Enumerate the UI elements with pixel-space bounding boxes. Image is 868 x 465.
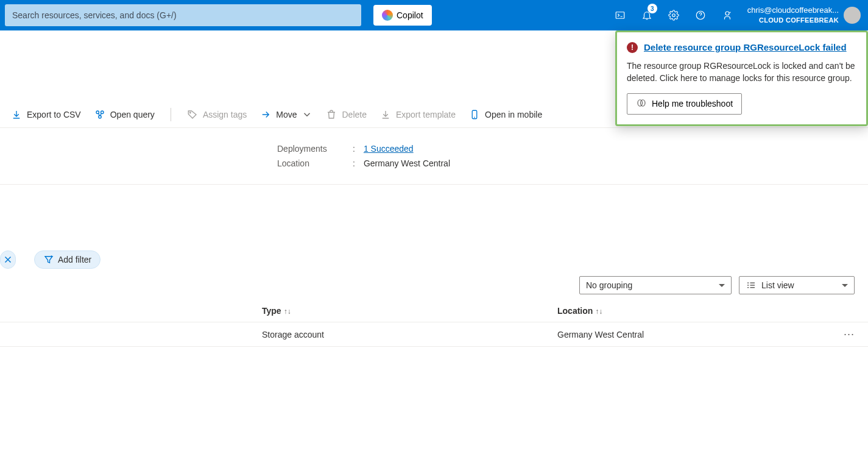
location-value: Germany West Central [364,158,450,168]
copilot-label: Copilot [397,10,423,20]
mobile-icon [469,109,480,120]
location-label: Location [277,158,344,168]
download-icon [380,109,391,120]
azure-topbar: Copilot 3 chris@cloudcoffeebreak... CLOU… [0,0,868,30]
copilot-small-icon [636,98,647,110]
clear-filter-button[interactable] [0,250,16,269]
troubleshoot-button[interactable]: Help me troubleshoot [627,93,742,115]
add-filter-button[interactable]: Add filter [34,250,101,269]
copilot-button[interactable]: Copilot [373,5,432,26]
download-icon [11,109,22,120]
open-mobile-button[interactable]: Open in mobile [468,107,543,122]
delete-label: Delete [342,110,366,119]
svg-point-3 [725,12,729,15]
open-query-label: Open query [110,110,155,119]
search-input[interactable] [5,4,361,26]
troubleshoot-label: Help me troubleshoot [652,99,733,108]
grid-header: Type↑↓ Location↑↓ [0,299,868,322]
account-tenant: CLOUD COFFEEBREAK [747,16,839,24]
avatar [844,7,861,24]
row-type: Storage account [262,330,557,339]
filter-bar: Add filter [0,250,868,269]
svg-rect-0 [616,12,624,19]
export-template-button: Export template [379,107,457,122]
svg-point-1 [672,14,675,17]
assign-tags-label: Assign tags [203,110,247,119]
grouping-dropdown[interactable]: No grouping [579,276,732,294]
topbar-icons: 3 [607,0,740,30]
svg-point-6 [98,115,101,118]
export-template-label: Export template [396,110,456,119]
deployments-link[interactable]: 1 Succeeded [364,144,414,154]
open-mobile-label: Open in mobile [485,110,542,119]
notification-body: The resource group RGResourceLock is loc… [627,60,856,85]
divider [171,108,171,121]
svg-point-7 [189,112,191,113]
cloud-shell-icon[interactable] [607,0,633,30]
account-email: chris@cloudcoffeebreak... [747,5,839,16]
notification-badge: 3 [647,4,657,13]
notification-toast: ! Delete resource group RGResourceLock f… [615,30,868,126]
view-controls: No grouping List view [0,269,868,299]
sort-icon: ↑↓ [595,307,602,316]
query-icon [94,109,105,120]
svg-point-9 [638,99,643,106]
error-icon: ! [627,42,638,53]
grouping-value: No grouping [586,280,632,290]
col-header-type[interactable]: Type↑↓ [262,306,557,316]
feedback-icon[interactable] [715,0,740,30]
settings-icon[interactable] [661,0,686,30]
move-label: Move [276,110,297,119]
view-mode-dropdown[interactable]: List view [739,276,855,294]
assign-tags-button: Assign tags [186,107,248,122]
deployments-label: Deployments [277,144,344,154]
row-actions-button[interactable]: ··· [844,328,855,341]
copilot-icon [382,10,393,21]
table-row[interactable]: Storage account Germany West Central ··· [0,322,868,347]
row-location: Germany West Central [557,330,825,339]
sort-icon: ↑↓ [284,307,291,316]
list-icon [746,280,757,291]
trash-icon [326,109,337,120]
svg-point-10 [641,99,646,106]
arrow-right-icon [260,109,271,120]
export-csv-button[interactable]: Export to CSV [10,107,82,122]
notifications-icon[interactable]: 3 [634,0,660,30]
help-icon[interactable] [688,0,713,30]
resource-details: Deployments : 1 Succeeded Location : Ger… [0,128,868,185]
notification-title[interactable]: Delete resource group RGResourceLock fai… [644,41,847,54]
open-query-button[interactable]: Open query [93,107,156,122]
account-text: chris@cloudcoffeebreak... CLOUD COFFEEBR… [747,5,839,24]
export-csv-label: Export to CSV [27,110,81,119]
add-filter-label: Add filter [58,255,91,264]
move-button[interactable]: Move [259,107,314,122]
view-mode-value: List view [761,280,794,290]
col-header-location[interactable]: Location↑↓ [557,306,825,316]
tag-icon [187,109,198,120]
account-menu[interactable]: chris@cloudcoffeebreak... CLOUD COFFEEBR… [740,5,863,24]
chevron-down-icon [302,109,312,120]
delete-button: Delete [325,107,367,122]
